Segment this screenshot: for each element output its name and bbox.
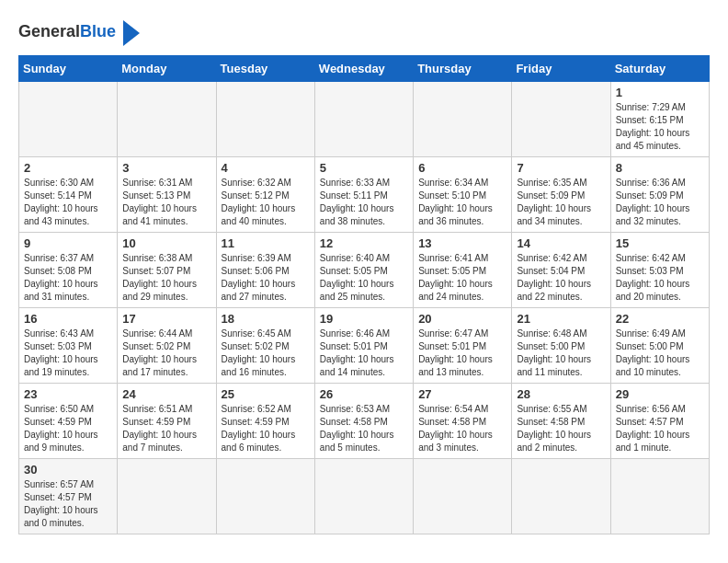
day-number: 20 bbox=[418, 312, 506, 326]
day-number: 9 bbox=[24, 236, 112, 250]
calendar-cell bbox=[414, 459, 512, 534]
day-number: 12 bbox=[320, 236, 408, 250]
day-number: 3 bbox=[122, 161, 210, 175]
calendar-week-row: 16Sunrise: 6:43 AM Sunset: 5:03 PM Dayli… bbox=[19, 308, 710, 384]
day-info: Sunrise: 6:48 AM Sunset: 5:00 PM Dayligh… bbox=[517, 327, 605, 379]
calendar-cell: 10Sunrise: 6:38 AM Sunset: 5:07 PM Dayli… bbox=[118, 233, 216, 308]
calendar-cell: 2Sunrise: 6:30 AM Sunset: 5:14 PM Daylig… bbox=[19, 157, 118, 233]
day-number: 27 bbox=[418, 387, 506, 401]
day-info: Sunrise: 6:40 AM Sunset: 5:05 PM Dayligh… bbox=[320, 252, 408, 304]
calendar-cell bbox=[512, 459, 610, 534]
day-info: Sunrise: 6:50 AM Sunset: 4:59 PM Dayligh… bbox=[24, 403, 112, 454]
day-number: 18 bbox=[222, 312, 310, 326]
day-info: Sunrise: 6:51 AM Sunset: 4:59 PM Dayligh… bbox=[122, 403, 210, 454]
day-number: 28 bbox=[517, 387, 605, 401]
calendar-cell: 15Sunrise: 6:42 AM Sunset: 5:03 PM Dayli… bbox=[610, 233, 709, 308]
weekday-header: Thursday bbox=[414, 56, 512, 82]
day-number: 4 bbox=[222, 161, 310, 175]
calendar-cell bbox=[19, 82, 118, 157]
day-info: Sunrise: 6:38 AM Sunset: 5:07 PM Dayligh… bbox=[122, 252, 210, 304]
calendar-cell: 20Sunrise: 6:47 AM Sunset: 5:01 PM Dayli… bbox=[414, 308, 512, 384]
calendar-cell: 4Sunrise: 6:32 AM Sunset: 5:12 PM Daylig… bbox=[216, 157, 314, 233]
calendar-cell: 17Sunrise: 6:44 AM Sunset: 5:02 PM Dayli… bbox=[118, 308, 216, 384]
day-info: Sunrise: 6:36 AM Sunset: 5:09 PM Dayligh… bbox=[616, 177, 704, 228]
calendar-cell: 12Sunrise: 6:40 AM Sunset: 5:05 PM Dayli… bbox=[314, 233, 413, 308]
calendar-table: SundayMondayTuesdayWednesdayThursdayFrid… bbox=[18, 55, 710, 534]
calendar-week-row: 23Sunrise: 6:50 AM Sunset: 4:59 PM Dayli… bbox=[19, 384, 710, 459]
day-info: Sunrise: 6:56 AM Sunset: 4:57 PM Dayligh… bbox=[616, 403, 704, 454]
calendar-cell: 8Sunrise: 6:36 AM Sunset: 5:09 PM Daylig… bbox=[610, 157, 709, 233]
logo-general: General bbox=[18, 22, 80, 40]
day-number: 23 bbox=[24, 387, 112, 401]
day-info: Sunrise: 6:55 AM Sunset: 4:58 PM Dayligh… bbox=[517, 403, 605, 454]
weekday-header: Friday bbox=[512, 56, 610, 82]
logo-triangle-icon bbox=[123, 20, 140, 46]
day-info: Sunrise: 6:35 AM Sunset: 5:09 PM Dayligh… bbox=[517, 177, 605, 228]
day-info: Sunrise: 6:45 AM Sunset: 5:02 PM Dayligh… bbox=[222, 327, 310, 379]
calendar-cell: 14Sunrise: 6:42 AM Sunset: 5:04 PM Dayli… bbox=[512, 233, 610, 308]
day-info: Sunrise: 6:42 AM Sunset: 5:03 PM Dayligh… bbox=[616, 252, 704, 304]
calendar-cell: 22Sunrise: 6:49 AM Sunset: 5:00 PM Dayli… bbox=[610, 308, 709, 384]
calendar-week-row: 9Sunrise: 6:37 AM Sunset: 5:08 PM Daylig… bbox=[19, 233, 710, 308]
day-number: 13 bbox=[418, 236, 506, 250]
day-info: Sunrise: 6:57 AM Sunset: 4:57 PM Dayligh… bbox=[24, 478, 112, 530]
calendar-cell bbox=[118, 82, 216, 157]
day-number: 25 bbox=[222, 387, 310, 401]
day-number: 8 bbox=[616, 161, 704, 175]
calendar-cell: 1Sunrise: 7:29 AM Sunset: 6:15 PM Daylig… bbox=[610, 82, 709, 157]
calendar-cell bbox=[314, 82, 413, 157]
weekday-header: Tuesday bbox=[216, 56, 314, 82]
calendar-cell: 19Sunrise: 6:46 AM Sunset: 5:01 PM Dayli… bbox=[314, 308, 413, 384]
calendar-cell bbox=[216, 82, 314, 157]
day-number: 29 bbox=[616, 387, 704, 401]
calendar-week-row: 1Sunrise: 7:29 AM Sunset: 6:15 PM Daylig… bbox=[19, 82, 710, 157]
day-info: Sunrise: 6:39 AM Sunset: 5:06 PM Dayligh… bbox=[222, 252, 310, 304]
day-number: 10 bbox=[122, 236, 210, 250]
day-info: Sunrise: 6:37 AM Sunset: 5:08 PM Dayligh… bbox=[24, 252, 112, 304]
calendar-cell: 29Sunrise: 6:56 AM Sunset: 4:57 PM Dayli… bbox=[610, 384, 709, 459]
day-info: Sunrise: 6:30 AM Sunset: 5:14 PM Dayligh… bbox=[24, 177, 112, 228]
calendar-cell bbox=[216, 459, 314, 534]
calendar-cell: 7Sunrise: 6:35 AM Sunset: 5:09 PM Daylig… bbox=[512, 157, 610, 233]
logo-blue-text: Blue bbox=[80, 22, 116, 40]
calendar-cell: 5Sunrise: 6:33 AM Sunset: 5:11 PM Daylig… bbox=[314, 157, 413, 233]
calendar-cell: 30Sunrise: 6:57 AM Sunset: 4:57 PM Dayli… bbox=[19, 459, 118, 534]
day-number: 2 bbox=[24, 161, 112, 175]
calendar-cell: 16Sunrise: 6:43 AM Sunset: 5:03 PM Dayli… bbox=[19, 308, 118, 384]
calendar-cell: 21Sunrise: 6:48 AM Sunset: 5:00 PM Dayli… bbox=[512, 308, 610, 384]
weekday-header: Monday bbox=[118, 56, 216, 82]
day-info: Sunrise: 6:49 AM Sunset: 5:00 PM Dayligh… bbox=[616, 327, 704, 379]
calendar-week-row: 2Sunrise: 6:30 AM Sunset: 5:14 PM Daylig… bbox=[19, 157, 710, 233]
weekday-header: Sunday bbox=[19, 56, 118, 82]
calendar-week-row: 30Sunrise: 6:57 AM Sunset: 4:57 PM Dayli… bbox=[19, 459, 710, 534]
day-number: 24 bbox=[122, 387, 210, 401]
day-number: 17 bbox=[122, 312, 210, 326]
calendar-cell: 9Sunrise: 6:37 AM Sunset: 5:08 PM Daylig… bbox=[19, 233, 118, 308]
day-number: 5 bbox=[320, 161, 408, 175]
weekday-header-row: SundayMondayTuesdayWednesdayThursdayFrid… bbox=[19, 56, 710, 82]
day-info: Sunrise: 6:44 AM Sunset: 5:02 PM Dayligh… bbox=[122, 327, 210, 379]
day-info: Sunrise: 6:42 AM Sunset: 5:04 PM Dayligh… bbox=[517, 252, 605, 304]
day-info: Sunrise: 6:46 AM Sunset: 5:01 PM Dayligh… bbox=[320, 327, 408, 379]
calendar-cell bbox=[610, 459, 709, 534]
day-number: 11 bbox=[222, 236, 310, 250]
logo-text: GeneralBlue bbox=[18, 22, 116, 42]
calendar-cell: 18Sunrise: 6:45 AM Sunset: 5:02 PM Dayli… bbox=[216, 308, 314, 384]
logo: GeneralBlue bbox=[18, 18, 140, 46]
calendar-cell bbox=[512, 82, 610, 157]
day-number: 6 bbox=[418, 161, 506, 175]
day-number: 30 bbox=[24, 463, 112, 477]
day-info: Sunrise: 6:32 AM Sunset: 5:12 PM Dayligh… bbox=[222, 177, 310, 228]
day-number: 21 bbox=[517, 312, 605, 326]
weekday-header: Saturday bbox=[610, 56, 709, 82]
calendar-cell: 27Sunrise: 6:54 AM Sunset: 4:58 PM Dayli… bbox=[414, 384, 512, 459]
calendar-cell: 24Sunrise: 6:51 AM Sunset: 4:59 PM Dayli… bbox=[118, 384, 216, 459]
day-info: Sunrise: 6:43 AM Sunset: 5:03 PM Dayligh… bbox=[24, 327, 112, 379]
day-number: 14 bbox=[517, 236, 605, 250]
weekday-header: Wednesday bbox=[314, 56, 413, 82]
calendar-cell bbox=[414, 82, 512, 157]
day-info: Sunrise: 6:41 AM Sunset: 5:05 PM Dayligh… bbox=[418, 252, 506, 304]
header: GeneralBlue bbox=[18, 18, 710, 46]
calendar-cell bbox=[118, 459, 216, 534]
day-number: 26 bbox=[320, 387, 408, 401]
